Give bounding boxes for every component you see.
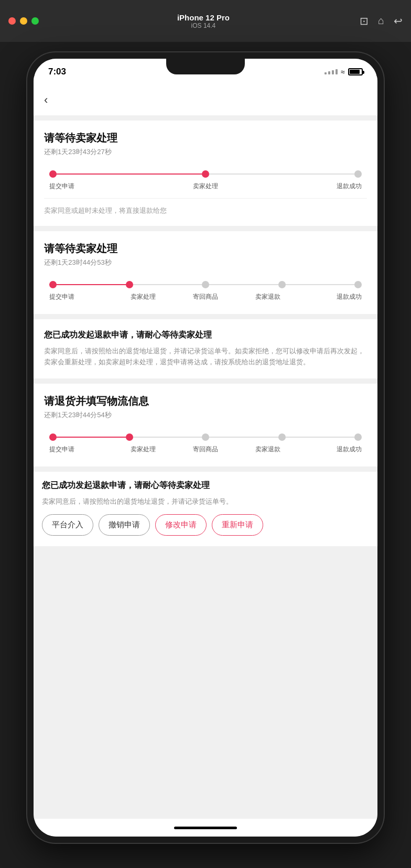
ios-version: iOS 14.4 [191, 22, 216, 29]
step-label-2-2: 寄回商品 [174, 292, 236, 301]
step-label-3-4: 退款成功 [299, 445, 362, 454]
back-button[interactable]: ‹ [44, 91, 52, 109]
reapply-button[interactable]: 重新申请 [212, 514, 263, 536]
titlebar-actions: ⊡ ⌂ ↩ [360, 15, 403, 27]
button-row: 平台介入 撤销申请 修改申请 重新申请 [42, 514, 369, 536]
info1-title: 您已成功发起退款申请，请耐心等待卖家处理 [44, 330, 367, 341]
modify-button[interactable]: 修改申请 [155, 514, 207, 536]
card1-title: 请等待卖家处理 [44, 131, 367, 145]
step-dot-3-2 [202, 433, 209, 441]
home-bar [174, 827, 237, 829]
progress-labels-2: 提交申请 卖家处理 寄回商品 卖家退款 退款成功 [49, 292, 362, 301]
minimize-dot[interactable] [20, 17, 27, 25]
nav-bar: ‹ [34, 85, 377, 115]
maximize-dot[interactable] [31, 17, 39, 25]
info2-title: 您已成功发起退款申请，请耐心等待卖家处理 [42, 480, 369, 491]
wifi-icon: ≈ [341, 68, 345, 76]
progress-labels-3: 提交申请 卖家处理 寄回商品 卖家退款 退款成功 [49, 445, 362, 454]
progress-line-filled-1 [49, 173, 206, 175]
home-indicator [34, 819, 377, 837]
step-label-3-3: 卖家退款 [237, 445, 299, 454]
step-label-2-1: 卖家处理 [112, 292, 174, 301]
rotate-icon[interactable]: ↩ [394, 15, 403, 27]
step-label-1-2: 退款成功 [258, 182, 362, 191]
step-label-2-0: 提交申请 [49, 292, 112, 301]
platform-button[interactable]: 平台介入 [42, 514, 93, 536]
window-controls [8, 17, 39, 25]
card-3: 请退货并填写物流信息 还剩1天23时44分54秒 提交申请 卖家处理 [34, 384, 377, 466]
card1-subtitle: 还剩1天23时43分27秒 [44, 147, 367, 157]
status-icons: ≈ [325, 68, 363, 76]
progress-3: 提交申请 卖家处理 寄回商品 卖家退款 退款成功 [44, 428, 367, 454]
step-label-1-1: 卖家处理 [154, 182, 257, 191]
progress-1: 提交申请 卖家处理 退款成功 [44, 165, 367, 191]
step-dot-1-1 [202, 170, 209, 178]
bottom-section: 您已成功发起退款申请，请耐心等待卖家处理 卖家同意后，请按照给出的退货地址退货，… [34, 472, 377, 547]
progress-line-filled-3 [49, 437, 127, 438]
step-dot-1-0 [49, 170, 57, 178]
card-1: 请等待卖家处理 还剩1天23时43分27秒 提交申请 卖家处理 [34, 121, 377, 226]
step-label-3-1: 卖家处理 [112, 445, 174, 454]
progress-labels-1: 提交申请 卖家处理 退款成功 [49, 182, 362, 191]
titlebar: iPhone 12 Pro iOS 14.4 ⊡ ⌂ ↩ [0, 0, 411, 42]
status-bar: 7:03 ≈ [34, 59, 377, 85]
progress-2: 提交申请 卖家处理 寄回商品 卖家退款 退款成功 [44, 276, 367, 301]
step-dot-3-0 [49, 433, 57, 441]
status-time: 7:03 [48, 67, 66, 77]
step-label-2-3: 卖家退款 [237, 292, 299, 301]
progress-track-3 [49, 433, 362, 441]
progress-track-2 [49, 281, 362, 288]
step-dot-2-1 [126, 281, 133, 288]
info2-desc: 卖家同意后，请按照给出的退货地址退货，并请记录货运单号。 [42, 496, 369, 507]
step-dot-2-0 [49, 281, 57, 288]
cancel-button[interactable]: 撤销申请 [99, 514, 150, 536]
step-dot-2-4 [354, 281, 362, 288]
step-dot-2-2 [202, 281, 209, 288]
info1-desc: 卖家同意后，请按照给出的退货地址退货，并请记录货运单号。如卖家拒绝，您可以修改申… [44, 346, 367, 368]
card3-title: 请退货并填写物流信息 [44, 394, 367, 408]
step-label-2-4: 退款成功 [299, 292, 362, 301]
device-info: iPhone 12 Pro iOS 14.4 [47, 13, 360, 29]
screenshot-icon[interactable]: ⊡ [360, 15, 369, 27]
step-label-3-0: 提交申请 [49, 445, 112, 454]
close-dot[interactable] [8, 17, 16, 25]
phone-screen: 7:03 ≈ ‹ 请等待卖家处理 [34, 59, 377, 837]
home-icon[interactable]: ⌂ [378, 15, 384, 27]
phone-frame: 7:03 ≈ ‹ 请等待卖家处理 [27, 52, 384, 843]
step-dot-1-2 [354, 170, 362, 178]
step-dot-3-1 [126, 433, 133, 441]
device-name: iPhone 12 Pro [177, 13, 230, 22]
step-label-1-0: 提交申请 [49, 182, 153, 191]
card1-note: 卖家同意或超时未处理，将直接退款给您 [44, 198, 367, 215]
card2-title: 请等待卖家处理 [44, 242, 367, 256]
step-dot-3-4 [354, 433, 362, 441]
progress-track-1 [49, 170, 362, 178]
signal-icon [325, 69, 338, 74]
step-dot-2-3 [278, 281, 286, 288]
main-content: ‹ 请等待卖家处理 还剩1天23时43分27秒 [34, 85, 377, 819]
card-2: 请等待卖家处理 还剩1天23时44分53秒 提交申请 卖家处理 [34, 231, 377, 314]
notch [166, 59, 245, 74]
progress-line-filled-2 [49, 284, 127, 285]
info-block-1: 您已成功发起退款申请，请耐心等待卖家处理 卖家同意后，请按照给出的退货地址退货，… [34, 319, 377, 378]
card3-subtitle: 还剩1天23时44分54秒 [44, 410, 367, 420]
step-dot-3-3 [278, 433, 286, 441]
battery-icon [348, 68, 363, 75]
step-label-3-2: 寄回商品 [174, 445, 236, 454]
card2-subtitle: 还剩1天23时44分53秒 [44, 258, 367, 267]
